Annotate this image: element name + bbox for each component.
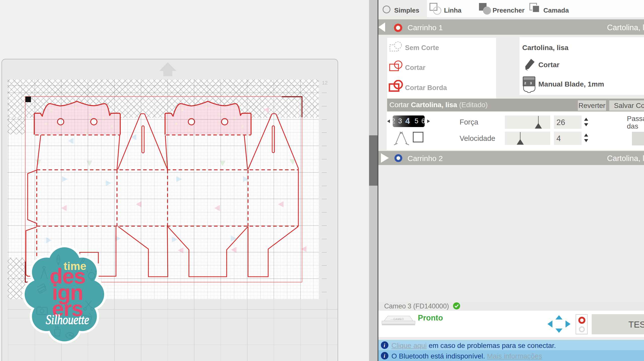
svg-text:CAMEO: CAMEO <box>393 318 404 320</box>
svg-text:i: i <box>384 342 385 348</box>
svg-text:i: i <box>384 353 385 359</box>
svg-text:2 3 4: 2 3 4 <box>524 81 536 85</box>
svg-text:Silhouette: Silhouette <box>46 312 89 327</box>
